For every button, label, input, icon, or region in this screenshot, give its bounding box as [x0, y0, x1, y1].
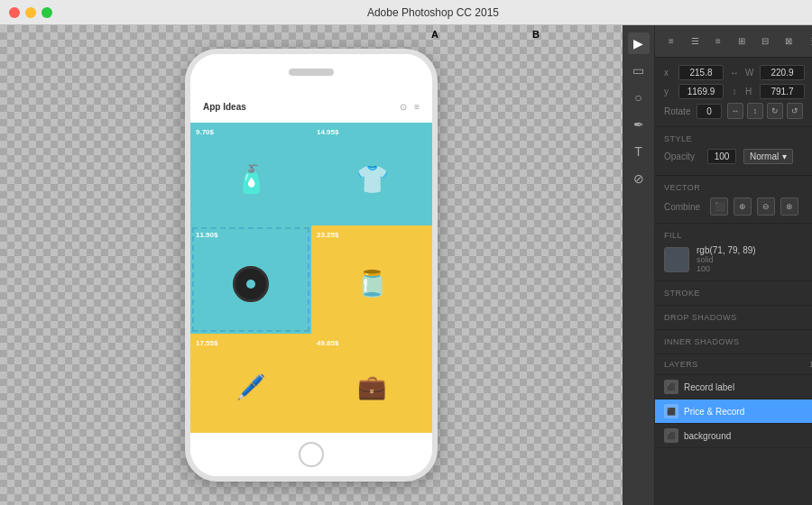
layers-title: LAYERS — [664, 360, 698, 369]
vector-btn-3[interactable]: ⊖ — [757, 197, 775, 216]
fill-opacity-text: 100 — [697, 264, 756, 273]
product-cell-2[interactable]: 14.95$ 👕 — [311, 123, 432, 225]
home-button[interactable] — [299, 442, 324, 467]
vinyl-center — [246, 280, 255, 289]
style-wrapper: D STYLE Opacity 100 Normal ▾ — [655, 127, 812, 176]
canvas-area: A B App Ideas ⊙ ≡ 9.70$ — [0, 25, 623, 505]
fill-color-text: rgb(71, 79, 89) — [697, 245, 756, 255]
header-icons: ⊙ ≡ — [400, 102, 420, 112]
layer-item-record-label[interactable]: ⬛ Record label — [655, 375, 812, 399]
traffic-lights — [9, 7, 52, 18]
rectangle-tool[interactable]: ▭ — [628, 60, 650, 81]
properties-toolbar: ≡ ☰ ≡ ⊞ ⊟ ⊠ ⋮ — [655, 25, 812, 58]
product-price-1: 9.70$ — [196, 128, 214, 136]
flip-v-icon[interactable]: ↕ — [747, 103, 763, 119]
rotate-input[interactable]: 0 — [697, 104, 722, 119]
flip-h-icon[interactable]: ↔ — [727, 103, 743, 119]
product-price-4: 23.25$ — [317, 231, 338, 239]
phone-bottom — [190, 433, 432, 476]
height-label: H — [745, 87, 756, 96]
align-left-icon[interactable]: ≡ — [662, 32, 680, 50]
blend-mode-select[interactable]: Normal ▾ — [743, 149, 793, 164]
align-center-icon[interactable]: ☰ — [686, 32, 704, 50]
combine-label: Combine — [664, 202, 705, 212]
vector-section: VECTOR Combine ⬛ ⊕ ⊖ ⊗ — [655, 176, 812, 224]
layers-wrapper: E LAYERS 1 of 8C ⬛ Record label ⬛ Price … — [655, 354, 812, 448]
layer-thumb-2: ⬛ — [664, 404, 678, 418]
layer-item-background[interactable]: ⬛ background — [655, 424, 812, 448]
coords-section: C x 215.8 ↔ W 220.9 y 1169.9 ↕ H 791.7 — [655, 58, 812, 127]
stroke-section[interactable]: STROKE + — [655, 281, 812, 306]
phone-header: App Ideas ⊙ ≡ — [190, 90, 432, 123]
layer-thumb-3: ⬛ — [664, 428, 678, 443]
rotate-ccw-icon[interactable]: ↺ — [787, 103, 803, 119]
blend-mode-label: Normal — [750, 152, 779, 161]
x-y-row: x 215.8 ↔ W 220.9 — [664, 65, 812, 80]
y-label: y — [664, 87, 675, 96]
align-top-icon[interactable]: ⊟ — [756, 32, 774, 50]
layer-name-3: background — [684, 431, 731, 441]
x-input[interactable]: 215.8 — [678, 65, 724, 80]
opacity-row: Opacity 100 Normal ▾ — [664, 149, 812, 164]
window-title: Adobe Photoshop CC 2015 — [63, 6, 803, 19]
layer-item-price-record[interactable]: ⬛ Price & Record — [655, 399, 812, 424]
product-price-5: 17.55$ — [196, 339, 217, 347]
opacity-label: Opacity — [664, 152, 700, 161]
stroke-title: STROKE — [664, 289, 700, 298]
fill-type-text: solid — [697, 255, 756, 264]
close-button[interactable] — [9, 7, 20, 18]
title-bar: Adobe Photoshop CC 2015 — [0, 0, 812, 25]
link-icon: ↔ — [727, 68, 742, 78]
phone-mockup: App Ideas ⊙ ≡ 9.70$ 🧴 14.95$ 👕 — [185, 49, 438, 482]
ellipse-tool[interactable]: ○ — [628, 87, 650, 108]
phone-top — [190, 54, 432, 90]
more-icon[interactable]: ⋮ — [803, 32, 812, 50]
height-input[interactable]: 791.7 — [760, 84, 805, 99]
y-input[interactable]: 1169.9 — [678, 84, 724, 99]
width-input[interactable]: 220.9 — [760, 65, 805, 80]
distribute-icon[interactable]: ⊞ — [733, 32, 751, 50]
product-price-6: 49.85$ — [317, 339, 338, 347]
search-icon: ⊙ — [400, 102, 407, 112]
drop-shadows-section[interactable]: DROP SHADOWS + — [655, 306, 812, 330]
product-cell-6[interactable]: 49.85$ 💼 — [311, 334, 432, 433]
product-cell-3[interactable]: 11.90$ — [190, 225, 311, 333]
select-tool[interactable]: ▶ — [628, 32, 650, 54]
layers-header: LAYERS 1 of 8C — [655, 354, 812, 375]
inner-shadows-section[interactable]: INNER SHADOWS + — [655, 330, 812, 354]
product-grid: 9.70$ 🧴 14.95$ 👕 11.90$ — [190, 123, 432, 433]
phone-speaker — [289, 69, 334, 76]
pen-tool[interactable]: ✒ — [628, 114, 650, 135]
product-icon-2: 👕 — [355, 163, 389, 195]
left-tools: ▶ ▭ ○ ✒ T ⊘ — [623, 25, 655, 505]
text-tool[interactable]: T — [628, 141, 650, 162]
vector-title: VECTOR — [664, 183, 812, 192]
vector-btn-1[interactable]: ⬛ — [710, 197, 728, 216]
link-icon-2: ↕ — [727, 87, 742, 96]
product-icon-5: 🖊️ — [236, 373, 265, 401]
product-cell-1[interactable]: 9.70$ 🧴 — [190, 123, 311, 225]
product-cell-5[interactable]: 17.55$ 🖊️ — [190, 334, 311, 433]
rotate-icons: ↔ ↕ ↻ ↺ — [727, 103, 803, 119]
style-title: STYLE — [664, 134, 812, 143]
minimize-button[interactable] — [25, 7, 36, 18]
rotate-cw-icon[interactable]: ↻ — [767, 103, 783, 119]
inner-shadows-title: INNER SHADOWS — [664, 337, 740, 346]
eyedropper-tool[interactable]: ⊘ — [628, 168, 650, 189]
vector-btn-2[interactable]: ⊕ — [734, 197, 752, 216]
fill-title: FILL — [664, 231, 812, 240]
product-price-2: 14.95$ — [317, 128, 338, 136]
drop-shadows-title: DROP SHADOWS — [664, 313, 737, 322]
align-right-icon[interactable]: ≡ — [709, 32, 727, 50]
maximize-button[interactable] — [42, 7, 52, 18]
fill-color-swatch[interactable] — [664, 247, 689, 272]
align-bottom-icon[interactable]: ⊠ — [780, 32, 798, 50]
opacity-input[interactable]: 100 — [707, 149, 736, 164]
product-icon-4: 🫙 — [356, 269, 388, 298]
product-cell-4[interactable]: 23.25$ 🫙 — [311, 225, 432, 333]
phone-screen: App Ideas ⊙ ≡ 9.70$ 🧴 14.95$ 👕 — [190, 90, 432, 433]
app-title: App Ideas — [203, 102, 246, 112]
fill-section: FILL rgb(71, 79, 89) solid 100 — [655, 224, 812, 281]
annotation-b: B — [532, 29, 540, 40]
vector-btn-4[interactable]: ⊗ — [780, 197, 798, 216]
